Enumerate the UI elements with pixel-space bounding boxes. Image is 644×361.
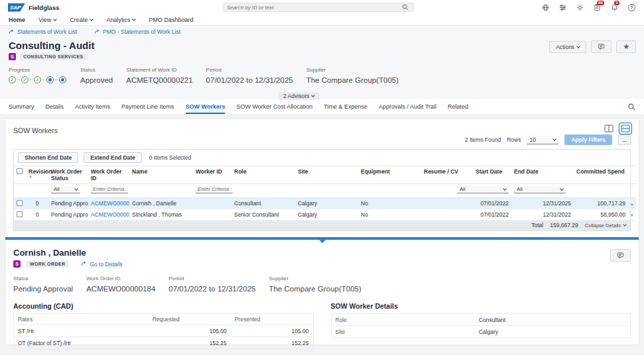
chevron-down-icon: [311, 93, 315, 97]
global-search[interactable]: [223, 3, 414, 12]
tab-summary[interactable]: Summary: [9, 99, 34, 114]
sow-worker-details-title: SOW Worker Details: [331, 302, 631, 310]
accounting-section: Accounting (CAD) Rates Requested Present…: [13, 302, 314, 349]
total-value: 159,667.29: [550, 222, 578, 229]
comments-button[interactable]: [591, 40, 612, 53]
link-statements-of-work-list[interactable]: Statements of Work List: [9, 28, 77, 36]
col-work-order-status[interactable]: Work Order Status: [48, 166, 88, 184]
col-name[interactable]: Name: [129, 166, 193, 184]
tab-sow-workers[interactable]: SOW Workers: [186, 99, 225, 114]
shorten-end-date-button[interactable]: Shorten End Date: [18, 152, 78, 163]
col-resume-cv[interactable]: Resume / CV: [421, 166, 473, 184]
notifications-badge: 3: [614, 1, 619, 5]
product-name: Fieldglass: [29, 4, 59, 11]
detail-comments-button[interactable]: [610, 249, 631, 262]
scroll-up-icon[interactable]: ▴: [631, 201, 633, 206]
globe-icon[interactable]: [541, 3, 550, 12]
more-options-button[interactable]: ...: [618, 134, 631, 145]
nav-view[interactable]: View: [38, 17, 56, 23]
tab-approvals-audit-trail[interactable]: Approvals / Audit Trail: [379, 99, 436, 114]
col-equipment[interactable]: Equipment: [358, 166, 421, 184]
worker-id-filter-input[interactable]: [196, 185, 233, 193]
tab-search-icon[interactable]: [628, 99, 635, 114]
page-header: Consulting - Audit S CONSULTING SERVICES…: [0, 38, 644, 99]
row-checkbox[interactable]: [17, 211, 23, 217]
rows-per-page-select[interactable]: 10: [527, 136, 558, 144]
table-row[interactable]: 0 Pending Approval ACMEWO00000184 Cornis…: [14, 198, 636, 209]
col-revision[interactable]: Revision▲: [26, 166, 48, 184]
nav-pmo-dashboard[interactable]: PMO Dashboard: [149, 17, 193, 23]
page-footer: [0, 354, 644, 361]
brand: SAP Fieldglass: [8, 3, 59, 12]
chevron-down-icon: [576, 44, 580, 48]
star-icon: ★: [623, 43, 629, 50]
external-link-icon: [94, 28, 100, 36]
scroll-down-icon[interactable]: ▾: [631, 213, 633, 217]
favorite-button[interactable]: ★: [616, 40, 636, 53]
progress-label: Progress: [9, 67, 67, 73]
col-start-date[interactable]: Start Date: [473, 166, 511, 184]
topbar-icons: 99 3 ?: [541, 3, 636, 12]
sow-worker-details-section: SOW Worker Details Role Consultant Site …: [331, 302, 631, 349]
tab-activity-items[interactable]: Activity Items: [75, 99, 110, 114]
tab-sow-worker-cost-allocation[interactable]: SOW Worker Cost Allocation: [236, 99, 312, 114]
sow-type-label: CONSULTING SERVICES: [19, 53, 88, 60]
total-row: Total 159,667.29 Collapse Details: [14, 221, 630, 231]
nav-create[interactable]: Create: [70, 17, 93, 23]
row-checkbox[interactable]: [17, 200, 23, 206]
tab-bar: 2 Advisors Summary Details Activity Item…: [0, 99, 644, 114]
col-rates: Rates: [14, 314, 149, 325]
collapse-details-button[interactable]: Collapse Details: [585, 223, 626, 229]
tab-details[interactable]: Details: [46, 99, 64, 114]
work-order-link[interactable]: ACMEWO00000184: [91, 200, 129, 207]
end-date-filter-select[interactable]: All: [514, 185, 566, 193]
tab-payment-line-items[interactable]: Payment Line Items: [121, 99, 174, 114]
actions-button[interactable]: Actions: [549, 41, 586, 53]
col-committed-spend[interactable]: Committed Spend: [574, 166, 628, 184]
col-work-order-id[interactable]: Work Order ID: [88, 166, 129, 184]
col-role[interactable]: Role: [231, 166, 295, 184]
tab-related[interactable]: Related: [448, 99, 468, 114]
detail-kv-row: Role Consultant: [331, 314, 631, 326]
progress-indicator: [9, 76, 67, 83]
apply-filters-button[interactable]: Apply Filters: [564, 134, 612, 145]
worker-name-title: Cornish , Danielle: [13, 248, 631, 258]
col-end-date[interactable]: End Date: [511, 166, 574, 184]
items-selected-text: 0 Items Selected: [149, 154, 191, 161]
rate-row: ST /Hr 105.00 105.00: [14, 325, 314, 337]
col-worker-id[interactable]: Worker ID: [193, 166, 231, 184]
progress-step-current-icon: [59, 76, 66, 83]
rate-row: OT (Factor of ST) /Hr 152.25 152.25: [14, 337, 314, 349]
col-site[interactable]: Site: [295, 166, 358, 184]
start-date-filter-select[interactable]: All: [457, 185, 509, 193]
sort-icon: ▲: [29, 175, 46, 178]
extend-end-date-button[interactable]: Extend End Date: [84, 152, 142, 163]
help-icon[interactable]: ?: [627, 3, 636, 12]
page-title: Consulting - Audit: [9, 40, 635, 51]
progress-step-done-icon: [9, 76, 16, 83]
sliders-icon[interactable]: [558, 3, 567, 12]
select-all-checkbox[interactable]: [17, 168, 23, 174]
link-pmo-statements-of-work-list[interactable]: PMO - Statements of Work List: [94, 28, 180, 36]
status-value: Approved: [80, 76, 113, 84]
external-link-icon: [81, 260, 87, 268]
go-to-details-link[interactable]: Go to Details: [81, 260, 122, 268]
search-icon[interactable]: [401, 3, 410, 12]
work-order-link[interactable]: ACMEWO00000185: [91, 211, 129, 218]
horizontal-split-view-icon[interactable]: [619, 123, 632, 134]
work-order-id-filter-input[interactable]: [91, 185, 128, 193]
search-input[interactable]: [227, 5, 401, 11]
chevron-down-icon: [90, 17, 94, 21]
work-items-icon[interactable]: 99: [593, 3, 602, 12]
gear-icon[interactable]: [576, 3, 584, 12]
status-filter-select[interactable]: All: [51, 185, 80, 193]
notifications-bell-icon[interactable]: 3: [610, 3, 619, 12]
nav-home[interactable]: Home: [9, 17, 25, 23]
advisors-button[interactable]: 2 Advisors: [279, 92, 319, 100]
vertical-split-view-icon[interactable]: [602, 123, 615, 134]
nav-analytics[interactable]: Analytics: [106, 17, 135, 23]
pane-splitter-handle[interactable]: [5, 237, 639, 240]
chevron-down-icon: [560, 187, 564, 191]
tab-time-expense[interactable]: Time & Expense: [324, 99, 367, 114]
table-row[interactable]: 0 Pending Approval ACMEWO00000185 Strick…: [14, 209, 636, 221]
